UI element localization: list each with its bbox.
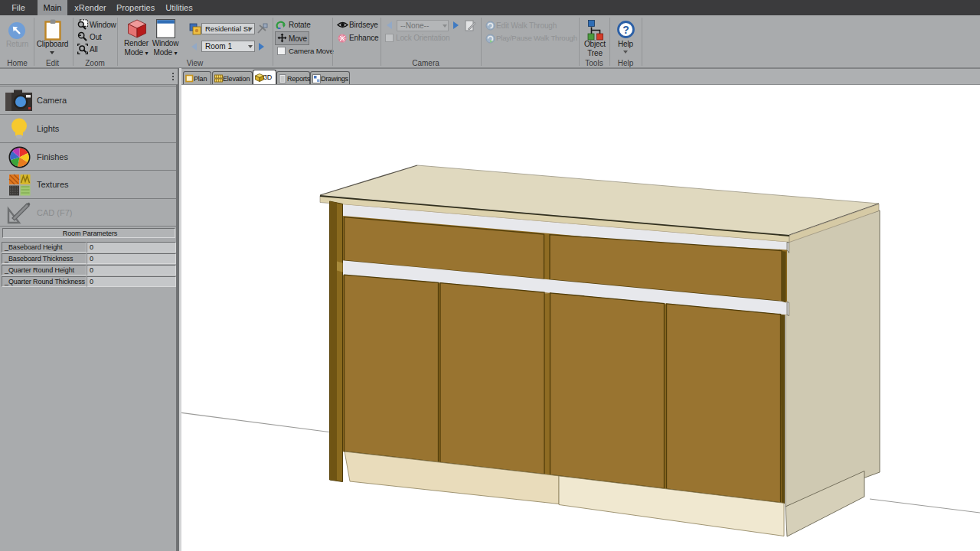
svg-text:?: ? [622,24,629,36]
